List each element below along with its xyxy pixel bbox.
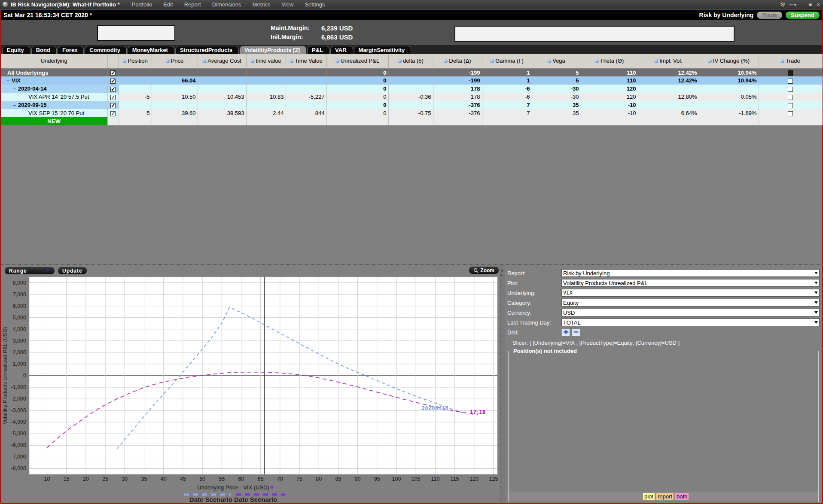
- menu-item-portfolio[interactable]: Portfolio: [132, 1, 152, 8]
- dropdown-currency[interactable]: USD: [561, 309, 820, 316]
- underlying-cell[interactable]: VIX SEP 15 '20 70 Put: [1, 109, 107, 117]
- collapse-icon[interactable]: −: [6, 78, 9, 84]
- table-row[interactable]: −VIX66.040-1991511012.42%10.94%: [1, 76, 822, 85]
- svg-text:120: 120: [469, 476, 479, 482]
- svg-text:115: 115: [451, 476, 459, 482]
- close-button[interactable]: ✕: [816, 2, 820, 8]
- include-checkbox[interactable]: [110, 70, 116, 76]
- collapse-icon[interactable]: −: [2, 70, 5, 76]
- col-header-impl-vol-[interactable]: Impl. Vol.: [638, 54, 699, 68]
- tab-bond[interactable]: Bond: [31, 46, 57, 54]
- splitter-right-icon[interactable]: ▸: [501, 273, 503, 276]
- drill-up-icon[interactable]: [572, 329, 580, 336]
- splitter-left-icon[interactable]: ◂: [501, 269, 503, 272]
- table-row[interactable]: VIX SEP 15 '20 70 Put539.6039.5932.44844…: [1, 109, 822, 117]
- minimize-button[interactable]: ─: [801, 2, 805, 8]
- menu-item-settings[interactable]: Settings: [305, 1, 325, 8]
- value-cell-pos: 5: [119, 109, 152, 117]
- account-field[interactable]: [97, 25, 175, 41]
- col-header-unrealized-p-l[interactable]: Unrealized P&L: [326, 54, 388, 68]
- plot-view-button[interactable]: plot: [643, 493, 655, 500]
- report-view-button[interactable]: report: [656, 493, 674, 500]
- include-checkbox[interactable]: [110, 95, 116, 100]
- tab-marginsensitivity[interactable]: MarginSensitivity: [354, 46, 412, 54]
- trade-checkbox[interactable]: [788, 87, 793, 92]
- dropdown-underlying[interactable]: VIX: [561, 289, 820, 297]
- menu-item-report[interactable]: Report: [184, 1, 201, 8]
- panel-splitter[interactable]: ◂ ▸: [500, 265, 505, 503]
- maint-margin-label: Maint.Margin:: [271, 24, 321, 33]
- underlying-cell[interactable]: −VIX: [1, 76, 107, 85]
- col-header-time-value[interactable]: time value: [246, 54, 286, 68]
- value-cell-ds: -0.36: [388, 93, 433, 101]
- col-header-delta-[interactable]: delta (δ): [388, 54, 433, 68]
- underlying-cell[interactable]: −2020-09-15: [1, 101, 107, 109]
- dropdown-report[interactable]: Risk by Underlying: [561, 269, 820, 277]
- description-field[interactable]: [454, 26, 735, 42]
- menu-item-metrics[interactable]: Metrics: [253, 1, 271, 8]
- col-header-trade[interactable]: Trade: [759, 54, 822, 68]
- pin-icon[interactable]: ⊢▾: [789, 2, 796, 8]
- dropdown-category[interactable]: Equity: [561, 299, 820, 307]
- tab-volatilityproducts-2-[interactable]: VolatilityProducts [2]: [240, 46, 306, 54]
- col-header-iv-change-[interactable]: IV Change (%): [699, 54, 759, 68]
- col-header-position[interactable]: Position: [119, 54, 152, 68]
- table-row[interactable]: −All Underlyings0-1991511012.42%10.94%: [1, 68, 822, 76]
- value-cell-price: 10.50: [152, 93, 198, 101]
- menu-item-view[interactable]: View: [281, 1, 293, 8]
- tab-commodity[interactable]: Commodity: [85, 46, 127, 54]
- col-header-average-cost[interactable]: Average Cost: [198, 54, 246, 68]
- col-header-price[interactable]: Price: [152, 54, 198, 68]
- maximize-button[interactable]: ■: [809, 2, 812, 8]
- col-header-underlying[interactable]: Underlying: [1, 54, 107, 68]
- trade-checkbox[interactable]: [788, 70, 793, 76]
- tab-equity[interactable]: Equity: [2, 46, 30, 54]
- collapse-icon[interactable]: −: [13, 102, 16, 108]
- sort-sphere-icon: [290, 59, 293, 63]
- dropdown-value: TOTAL: [563, 319, 581, 326]
- value-cell-ivc: [699, 101, 759, 109]
- tab-structuredproducts[interactable]: StructuredProducts: [175, 46, 239, 54]
- dropdown-plot[interactable]: Volatility Products Unrealized P&L: [561, 279, 820, 287]
- underlying-cell[interactable]: VIX APR 14 '20 57.5 Put: [1, 93, 107, 101]
- table-row[interactable]: VIX APR 14 '20 57.5 Put-510.5010.45310.8…: [1, 93, 822, 101]
- trade-checkbox[interactable]: [788, 111, 793, 116]
- tab-moneymarket[interactable]: MoneyMarket: [128, 46, 174, 54]
- underlying-cell[interactable]: −2020-04-14: [1, 85, 107, 93]
- include-checkbox[interactable]: [110, 111, 116, 116]
- col-header-check[interactable]: [107, 54, 119, 68]
- col-header-theta-[interactable]: Theta (Θ): [581, 54, 638, 68]
- table-row[interactable]: NEW: [1, 117, 822, 125]
- both-view-button[interactable]: both: [675, 493, 689, 500]
- col-header-delta-[interactable]: Delta (Δ): [433, 54, 482, 68]
- tab-forex[interactable]: Forex: [58, 46, 84, 54]
- trade-checkbox[interactable]: [788, 95, 793, 100]
- trade-checkbox[interactable]: [788, 103, 793, 108]
- include-checkbox-cell: [107, 93, 119, 101]
- include-checkbox[interactable]: [110, 87, 116, 92]
- menu-item-dimensions[interactable]: Dimensions: [212, 1, 241, 8]
- tab-var[interactable]: VAR: [330, 46, 353, 54]
- range-button[interactable]: Range▼: [4, 267, 55, 275]
- include-checkbox[interactable]: [110, 79, 116, 84]
- drill-down-icon[interactable]: [561, 329, 570, 336]
- update-button[interactable]: Update: [58, 267, 87, 275]
- collapse-icon[interactable]: −: [13, 86, 16, 92]
- col-header-vega[interactable]: Vega: [532, 54, 581, 68]
- menu-item-edit[interactable]: Edit: [163, 1, 173, 8]
- table-row[interactable]: −2020-04-140178-6-30120: [1, 85, 822, 93]
- col-header-time-value[interactable]: Time Value: [286, 54, 326, 68]
- underlying-cell[interactable]: −All Underlyings: [1, 68, 107, 76]
- trade-button[interactable]: Trade: [757, 12, 782, 19]
- include-checkbox[interactable]: [110, 103, 116, 108]
- tab-p-l[interactable]: P&L: [307, 46, 329, 54]
- table-row[interactable]: −2020-09-150-376735-10: [1, 101, 822, 109]
- suspend-button[interactable]: Suspend: [786, 12, 820, 19]
- sort-sphere-icon: [490, 59, 494, 63]
- dropdown-last-trading-day[interactable]: TOTAL: [561, 319, 820, 326]
- wrench-icon[interactable]: ⚒: [780, 1, 786, 8]
- new-position-button[interactable]: NEW: [1, 117, 107, 125]
- col-header-gamma-[interactable]: Gamma (Γ): [482, 54, 532, 68]
- zoom-button[interactable]: Zoom: [469, 266, 499, 274]
- trade-checkbox[interactable]: [788, 79, 793, 84]
